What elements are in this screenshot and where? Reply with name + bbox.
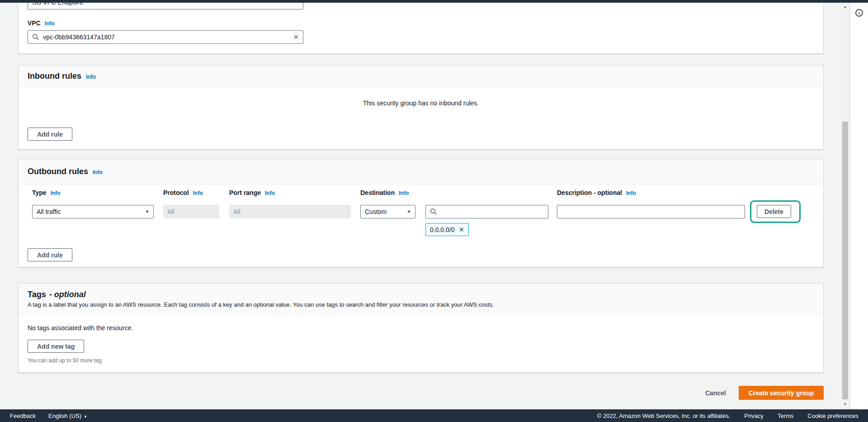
port-range-field: All xyxy=(229,205,351,218)
chevron-down-icon: ▼ xyxy=(406,209,411,214)
destination-search-input[interactable] xyxy=(425,205,548,218)
outbound-add-rule-button[interactable]: Add rule xyxy=(28,248,72,261)
help-panel: i xyxy=(850,3,868,409)
clear-vpc-icon[interactable]: ✕ xyxy=(293,33,299,41)
console-top-bar xyxy=(0,0,868,3)
description-info-link[interactable]: Info xyxy=(626,190,636,196)
scroll-up-icon[interactable]: ▲ xyxy=(840,4,850,10)
vpc-select-input[interactable]: vpc-0bb943663147a1807 ✕ xyxy=(28,30,303,44)
tags-description: A tag is a label that you assign to an A… xyxy=(28,301,494,308)
vpc-value: vpc-0bb943663147a1807 xyxy=(43,33,115,41)
port-range-info-link[interactable]: Info xyxy=(265,190,275,196)
port-range-column-label: Port range xyxy=(229,189,261,196)
protocol-info-link[interactable]: Info xyxy=(193,190,203,196)
inbound-empty-message: This security group has no inbound rules… xyxy=(19,100,823,107)
destination-column-label: Destination xyxy=(360,189,395,196)
outbound-rules-title: Outbound rules xyxy=(28,167,88,176)
remove-cidr-icon[interactable]: ✕ xyxy=(459,226,465,234)
inbound-rules-card: Inbound rules Info This security group h… xyxy=(18,65,824,150)
privacy-link[interactable]: Privacy xyxy=(744,413,764,419)
outbound-rules-card: Outbound rules Info Type Info Protocol I… xyxy=(18,159,824,267)
protocol-column-label: Protocol xyxy=(163,189,189,196)
tags-empty-message: No tags associated with the resource. xyxy=(28,324,133,332)
tags-title-optional: - optional xyxy=(49,290,86,299)
type-info-link[interactable]: Info xyxy=(51,190,61,196)
protocol-value: All xyxy=(167,208,175,215)
search-icon xyxy=(32,33,39,41)
type-select[interactable]: All traffic ▼ xyxy=(32,205,154,218)
language-selector[interactable]: English (US)▼ xyxy=(48,413,87,419)
info-panel-icon[interactable]: i xyxy=(855,9,863,17)
create-security-group-button[interactable]: Create security group xyxy=(739,386,824,400)
protocol-field: All xyxy=(163,205,219,218)
destination-mode-value: Custom xyxy=(365,208,387,215)
page-content: SG VPC Endpoint VPC Info vpc-0bb94366314… xyxy=(0,0,840,409)
rule-description-input[interactable] xyxy=(557,205,745,218)
type-select-value: All traffic xyxy=(37,208,61,215)
inbound-info-link[interactable]: Info xyxy=(86,74,96,80)
tags-title: Tags xyxy=(28,290,46,299)
basic-details-card: SG VPC Endpoint VPC Info vpc-0bb94366314… xyxy=(18,0,824,54)
tags-card: Tags - optional A tag is a label that yo… xyxy=(18,283,824,373)
search-icon xyxy=(430,208,437,215)
scroll-down-icon[interactable]: ▼ xyxy=(840,401,850,408)
inbound-rules-title: Inbound rules xyxy=(28,71,81,81)
add-new-tag-button[interactable]: Add new tag xyxy=(28,340,84,353)
port-range-value: All xyxy=(233,208,241,215)
vpc-label: VPC xyxy=(28,19,41,27)
destination-cidr-value: 0.0.0.0/0 xyxy=(430,226,455,233)
cookie-preferences-link[interactable]: Cookie preferences xyxy=(807,413,859,419)
outbound-info-link[interactable]: Info xyxy=(93,169,103,175)
console-footer: Feedback English (US)▼ © 2022, Amazon We… xyxy=(0,409,868,422)
cancel-button[interactable]: Cancel xyxy=(705,389,726,397)
type-column-label: Type xyxy=(32,189,47,196)
vpc-info-link[interactable]: Info xyxy=(45,20,55,27)
destination-info-link[interactable]: Info xyxy=(399,190,409,196)
scrollbar-thumb[interactable] xyxy=(842,122,848,399)
vertical-scrollbar[interactable]: ▲ ▼ xyxy=(840,3,850,409)
feedback-link[interactable]: Feedback xyxy=(10,413,36,419)
chevron-down-icon: ▼ xyxy=(145,209,150,214)
tags-helper-text: You can add up to 50 more tag xyxy=(28,357,102,364)
chevron-down-icon: ▼ xyxy=(84,415,87,419)
copyright-text: © 2022, Amazon Web Services, Inc. or its… xyxy=(597,413,731,419)
destination-mode-select[interactable]: Custom ▼ xyxy=(360,205,415,218)
terms-link[interactable]: Terms xyxy=(778,413,793,419)
description-column-label: Description - optional xyxy=(557,189,622,196)
destination-cidr-token: 0.0.0.0/0 ✕ xyxy=(425,223,469,236)
language-label: English (US) xyxy=(48,413,81,419)
delete-rule-button[interactable]: Delete xyxy=(757,205,791,218)
inbound-add-rule-button[interactable]: Add rule xyxy=(28,128,72,141)
